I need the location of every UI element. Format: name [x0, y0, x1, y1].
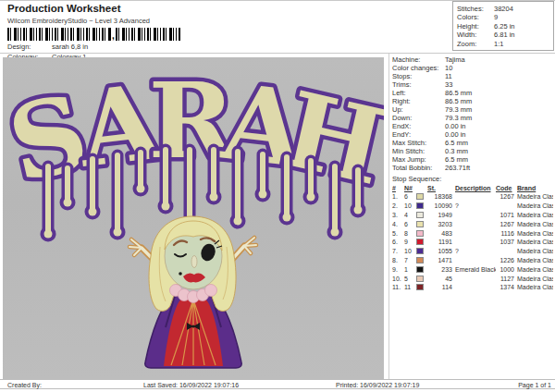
table-cell: 2. [392, 202, 404, 211]
table-cell: 1 [404, 264, 416, 274]
last-saved-text: Last Saved: 16/09/2022 19:07:16 [143, 382, 239, 388]
table-cell: Madeira Classic 40 [514, 274, 553, 283]
table-cell: 3203 [427, 219, 452, 228]
summary-row: Stitches:38204 [457, 5, 553, 13]
table-cell: Madeira Classic 40 [514, 211, 553, 220]
created-by-label: Created By: [7, 382, 42, 388]
table-cell: 1374 [496, 283, 514, 292]
table-cell: Madeira Classic 40 [514, 256, 553, 265]
stop-sequence-row: 6.911911037Madeira Classic 40 [392, 238, 553, 247]
machine-info-row: EndY:0.00 in [392, 130, 555, 139]
table-cell: 1071 [496, 211, 514, 220]
embroidery-design: SARAH [3, 57, 384, 379]
stop-sequence-row: 4.632031267Madeira Classic 40 [392, 219, 553, 228]
table-cell: 7. [392, 247, 404, 256]
table-cell: 483 [427, 228, 452, 238]
stop-sequence-row: 8.714711226Madeira Classic 40 [392, 256, 553, 265]
thread-color-swatch [416, 257, 424, 263]
barcode-segment-1 [7, 28, 111, 41]
swatch-cell [416, 256, 427, 265]
drip [162, 202, 170, 211]
table-cell: 5. [392, 228, 404, 238]
table-cell: 9. [392, 264, 404, 274]
drip [210, 193, 218, 202]
design-value: sarah 6,8 in [52, 43, 88, 51]
thread-color-swatch [416, 230, 424, 237]
table-cell: 1. [392, 192, 404, 202]
table-cell: 1116 [496, 228, 514, 238]
table-cell: 18368 [427, 192, 452, 202]
swatch-cell [416, 202, 427, 211]
page-title: Production Worksheet [7, 3, 180, 14]
stop-sequence-row: 7.101055?Madeira Classic 40 [392, 247, 553, 256]
machine-info-row: Stops:11 [392, 72, 555, 80]
thread-color-swatch [416, 221, 424, 227]
column-header: Description [452, 184, 496, 192]
swatch-cell [416, 219, 427, 228]
machine-info-row: Left:86.5 mm [392, 89, 555, 97]
info-panel: Machine:TajimaColor changes:10Stops:11Tr… [388, 54, 555, 379]
thread-color-swatch [416, 212, 424, 218]
swatch-cell [416, 247, 427, 256]
table-cell [452, 228, 496, 238]
table-cell: 3. [392, 211, 404, 220]
table-cell: 1055 [427, 247, 452, 256]
table-cell [452, 211, 496, 220]
table-cell: 1226 [496, 256, 514, 265]
machine-info-row: Right:86.5 mm [392, 97, 555, 105]
table-cell: 1127 [496, 274, 514, 283]
table-cell: ? [452, 202, 496, 211]
drip [114, 228, 122, 237]
table-cell: 6 [404, 192, 416, 202]
thread-color-swatch [416, 276, 424, 282]
stop-sequence-row: 9.1233Emerald Black1000Madeira Classic 4… [392, 264, 553, 274]
table-cell: 11. [392, 283, 404, 292]
summary-row: Zoom:1:1 [457, 40, 553, 48]
thread-color-swatch [416, 193, 424, 200]
printed-text: Printed: 16/09/2022 19:07:19 [336, 382, 419, 388]
column-header [416, 184, 427, 192]
design-name-row: Design:sarah 6,8 in [7, 43, 180, 51]
table-cell: Madeira Classic 40 [514, 247, 553, 256]
stop-sequence-row: 3.419491071Madeira Classic 40 [392, 211, 553, 220]
drip [234, 217, 242, 226]
table-cell: Madeira Classic 40 [514, 219, 553, 228]
drip [89, 208, 97, 216]
swatch-cell [416, 228, 427, 238]
drip [44, 230, 53, 239]
barcode-segment-2 [116, 28, 180, 41]
nose [191, 256, 197, 268]
table-cell: 10090 [427, 202, 452, 211]
table-cell: Emerald Black [452, 264, 496, 274]
table-cell: 4 [404, 211, 416, 220]
table-cell: 10 [404, 247, 416, 256]
drip [307, 193, 315, 202]
swatch-cell [416, 283, 427, 292]
summary-row: Colors:9 [457, 13, 553, 21]
machine-info-row: Trims:33 [392, 80, 555, 89]
summary-row: Width:6.81 in [457, 31, 553, 39]
design-canvas: SARAH [3, 57, 384, 379]
machine-info-row: Min Stitch:0.3 mm [392, 147, 555, 155]
stop-sequence-row: 2.1010090?Madeira Classic 40 [392, 202, 553, 211]
machine-info-row: Machine:Tajima [392, 55, 555, 64]
table-cell [452, 219, 496, 228]
column-header: # [392, 184, 404, 192]
drip [259, 190, 267, 199]
table-cell: Madeira Classic 40 [514, 202, 553, 211]
page-number: Page 1 of 1 [518, 382, 551, 388]
table-cell: 6 [404, 219, 416, 228]
table-cell: 114 [427, 283, 452, 292]
table-cell [452, 256, 496, 265]
machine-info-row: Max Jump:6.5 mm [392, 155, 555, 164]
machine-info-row: Down:79.3 mm [392, 114, 555, 122]
footer-bar: Created By: Last Saved: 16/09/2022 19:07… [0, 379, 555, 389]
column-header: Brand [514, 184, 553, 192]
table-cell: 7 [404, 256, 416, 265]
swatch-cell [416, 264, 427, 274]
table-cell: 1267 [496, 219, 514, 228]
drip [137, 185, 145, 193]
stop-sequence-row: 11.111141374Madeira Classic 40 [392, 283, 553, 292]
summary-row: Height:6.25 in [457, 22, 553, 31]
table-cell: Madeira Classic 40 [514, 238, 553, 247]
